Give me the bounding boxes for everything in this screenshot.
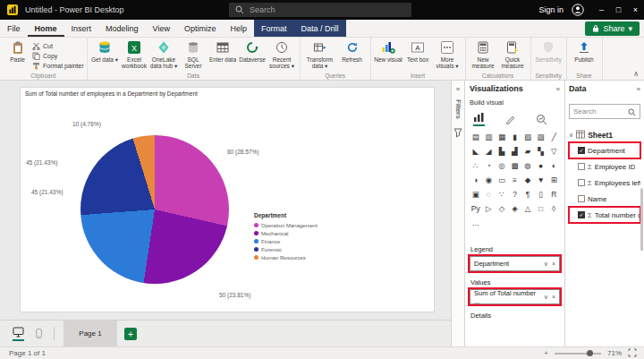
chevron-down-icon[interactable]: ∨: [544, 261, 548, 268]
share-button[interactable]: Share ▾: [585, 21, 640, 36]
text-box-button[interactable]: A Text box: [403, 39, 433, 70]
slicer-icon[interactable]: ▼: [535, 173, 547, 186]
excel-workbook-button[interactable]: X Excel workbook: [120, 39, 149, 70]
field-row-department[interactable]: ✓ Department: [569, 142, 640, 158]
pie-chart[interactable]: [80, 135, 229, 284]
analytics-tab[interactable]: [536, 114, 547, 126]
card-icon[interactable]: ▭: [496, 173, 508, 186]
field-checkbox[interactable]: ✓: [578, 147, 585, 154]
fit-to-page-icon[interactable]: [628, 348, 637, 359]
legend-field-well[interactable]: Department ∨ ×: [470, 256, 560, 271]
table-sheet1[interactable]: ∨ Sheet1: [569, 128, 640, 142]
tab-file[interactable]: File: [0, 20, 28, 37]
zoom-slider[interactable]: [555, 353, 601, 355]
map-icon[interactable]: ◍: [521, 158, 534, 172]
gauge-icon[interactable]: ◉: [483, 173, 496, 186]
field-row-employees-left[interactable]: Σ Employees left t...: [569, 175, 640, 191]
mobile-view-icon[interactable]: [33, 328, 45, 339]
performance-flow-icon[interactable]: ◊: [547, 201, 560, 215]
pie-chart-icon[interactable]: ◔: [483, 158, 496, 172]
collapse-ribbon-icon[interactable]: ∧: [633, 70, 639, 78]
field-row-name[interactable]: Name: [569, 191, 640, 207]
new-measure-button[interactable]: New measure: [469, 39, 498, 70]
report-page[interactable]: Sum of Total number of employees in a De…: [20, 87, 435, 312]
power-apps-visual-icon[interactable]: ▷: [483, 201, 496, 215]
arcgis-map-icon[interactable]: ◈: [509, 201, 521, 215]
expander-chevron-icon[interactable]: ∨: [569, 132, 573, 139]
tab-modeling[interactable]: Modeling: [98, 20, 146, 37]
treemap-icon[interactable]: ▩: [509, 158, 521, 172]
scrollbar[interactable]: [640, 188, 643, 251]
minimize-button[interactable]: –: [593, 0, 610, 20]
stacked-column-chart-icon[interactable]: ▦: [496, 130, 508, 143]
get-data-button[interactable]: Get data ▾: [90, 39, 120, 70]
report-canvas[interactable]: Sum of Total number of employees in a De…: [0, 81, 451, 320]
onelake-data-hub-button[interactable]: OneLake data hub ▾: [149, 39, 179, 70]
recent-sources-button[interactable]: Recent sources ▾: [267, 39, 297, 70]
publish-button[interactable]: Publish: [570, 39, 599, 70]
tab-optimize[interactable]: Optimize: [177, 20, 224, 37]
qa-visual-icon[interactable]: ?: [509, 187, 521, 201]
shape-map-icon[interactable]: ◐: [547, 158, 560, 172]
collapse-pane-icon[interactable]: »: [637, 85, 640, 93]
smart-narrative-icon[interactable]: ¶: [521, 187, 534, 201]
expand-pane-icon[interactable]: »: [456, 85, 460, 93]
tab-view[interactable]: View: [146, 20, 177, 37]
field-row-employee-id[interactable]: Σ Employee ID: [569, 158, 640, 175]
cut-button[interactable]: Cut: [32, 42, 84, 50]
waterfall-chart-icon[interactable]: ▚: [535, 144, 547, 158]
quick-measure-button[interactable]: Quick measure: [498, 39, 528, 70]
r-script-visual-icon[interactable]: R: [547, 187, 560, 201]
field-checkbox[interactable]: ✓: [578, 211, 585, 218]
line-and-clustered-column-chart-icon[interactable]: ▟: [509, 144, 521, 158]
more-visuals-option-icon[interactable]: …: [470, 216, 482, 229]
data-search-input[interactable]: Search: [569, 104, 640, 119]
decomposition-tree-icon[interactable]: ∵: [496, 187, 508, 201]
matrix-icon[interactable]: ▣: [470, 187, 482, 201]
format-painter-button[interactable]: Format painter: [32, 62, 84, 70]
stacked-area-chart-icon[interactable]: ◢: [483, 144, 496, 158]
new-visual-button[interactable]: New visual: [374, 39, 403, 70]
refresh-button[interactable]: Refresh: [337, 39, 368, 70]
kpi-icon[interactable]: ◆: [521, 173, 534, 186]
maximize-button[interactable]: □: [610, 0, 627, 20]
area-chart-icon[interactable]: ◣: [470, 144, 482, 158]
remove-field-icon[interactable]: ×: [552, 294, 555, 300]
stacked-bar-chart-icon[interactable]: ▤: [470, 130, 482, 143]
clustered-bar-chart-icon[interactable]: ▥: [483, 130, 496, 143]
tab-data-drill[interactable]: Data / Drill: [293, 20, 345, 37]
sql-server-button[interactable]: SQL Server: [179, 39, 208, 70]
field-checkbox[interactable]: [578, 195, 585, 202]
format-visual-tab[interactable]: [504, 114, 516, 126]
close-button[interactable]: ×: [627, 0, 644, 20]
desktop-view-icon[interactable]: [13, 326, 24, 341]
key-influencers-icon[interactable]: ◌: [483, 187, 496, 201]
scatter-chart-icon[interactable]: ∴: [470, 158, 482, 172]
paste-button[interactable]: Paste: [3, 39, 32, 70]
python-visual-icon[interactable]: Py: [470, 201, 482, 215]
filled-map-icon[interactable]: ●: [535, 158, 547, 172]
metrics-icon[interactable]: △: [521, 201, 534, 215]
clustered-column-chart-icon[interactable]: ▮: [509, 130, 521, 143]
sign-in-button[interactable]: Sign in: [538, 5, 564, 14]
100-stacked-column-chart-icon[interactable]: ▨: [535, 130, 547, 143]
tab-help[interactable]: Help: [223, 20, 254, 37]
scorecard-icon[interactable]: □: [535, 201, 547, 215]
tab-home[interactable]: Home: [28, 20, 64, 37]
tab-format[interactable]: Format: [254, 20, 294, 37]
zoom-in-icon[interactable]: +: [544, 349, 548, 357]
100-stacked-bar-chart-icon[interactable]: ▧: [521, 130, 534, 143]
funnel-chart-icon[interactable]: ▽: [547, 144, 560, 158]
enter-data-button[interactable]: Enter data: [208, 39, 238, 70]
donut-chart-icon[interactable]: ◎: [496, 158, 508, 172]
build-visual-tab[interactable]: [473, 112, 485, 126]
account-avatar-icon[interactable]: [572, 4, 584, 16]
power-automate-visual-icon[interactable]: ◇: [496, 201, 508, 215]
chevron-down-icon[interactable]: ∨: [544, 294, 548, 301]
sensitivity-button[interactable]: Sensitivity: [534, 39, 564, 70]
values-field-well[interactable]: Sum of Total number ... ∨ ×: [470, 289, 560, 304]
add-page-button[interactable]: +: [124, 328, 137, 340]
field-checkbox[interactable]: [578, 179, 585, 186]
remove-field-icon[interactable]: ×: [552, 261, 555, 267]
field-checkbox[interactable]: [578, 163, 585, 170]
